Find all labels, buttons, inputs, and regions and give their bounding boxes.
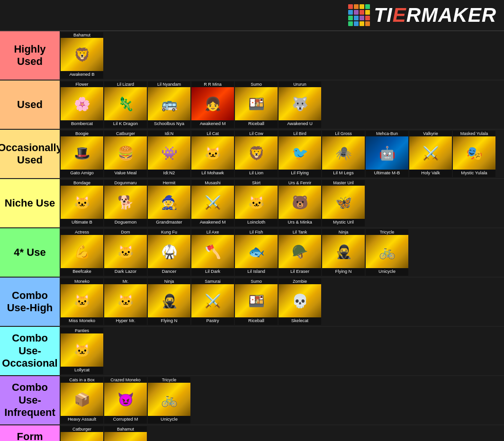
card-bottom-label: Urs & Minka bbox=[279, 219, 321, 226]
list-item[interactable]: Lil Fish🐟Lil Island bbox=[235, 229, 278, 276]
card-image: 🌸 bbox=[61, 87, 103, 120]
card-top-label: Mehca-Bun bbox=[366, 131, 408, 136]
card-image: 🧙 bbox=[148, 186, 190, 219]
card-emoji: 🐱 bbox=[104, 284, 147, 317]
list-item[interactable]: Ururun🐺Awakened U bbox=[279, 81, 321, 128]
card-emoji: 🎩 bbox=[61, 136, 103, 170]
list-item[interactable]: Musashi⚔️Awakened M bbox=[191, 180, 234, 226]
tier-row-combo-high: Combo Use-HighMoneko🐱Miss MonekoMr.🐱Hype… bbox=[0, 278, 504, 327]
list-item[interactable]: Bondage🐱Ultimate B bbox=[61, 180, 103, 226]
list-item[interactable]: Hermit🧙Grandmaster bbox=[148, 180, 190, 226]
list-item[interactable]: Sumo🍱Riceball bbox=[235, 279, 278, 325]
list-item[interactable]: Catburger🍔Value Meal bbox=[104, 131, 147, 177]
card-bottom-label: Riceball bbox=[235, 120, 278, 128]
card-top-label: Lil Bird bbox=[279, 131, 321, 136]
card-bottom-label: Riceball bbox=[235, 317, 278, 325]
card-top-label: Crazed Moneko bbox=[104, 377, 147, 383]
list-item[interactable]: Samurai⚔️Pastry bbox=[191, 279, 234, 325]
list-item[interactable]: Tricycle🚲Unicycle bbox=[148, 377, 190, 423]
card-bottom-label: Skelecat bbox=[279, 317, 321, 325]
card-emoji: 🪓 bbox=[191, 235, 234, 268]
list-item[interactable]: Panties🐱Lollycat bbox=[61, 328, 103, 374]
card-emoji: 💀 bbox=[279, 284, 321, 317]
card-emoji: 🍔 bbox=[104, 136, 147, 170]
list-item[interactable]: Mehca-Bun🤖Ultimate M-B bbox=[366, 131, 408, 177]
list-item[interactable]: Lil Cat🐱Lil Mohawk bbox=[191, 131, 234, 177]
list-item[interactable]: Idi:N👾Idi:N2 bbox=[148, 131, 190, 177]
card-emoji: 🦁 bbox=[235, 136, 278, 170]
card-top-label: Mr. bbox=[104, 279, 147, 284]
list-item[interactable]: Zombie💀Skelecat bbox=[279, 279, 321, 325]
list-item[interactable]: Catburger🍔Value Meal bbox=[61, 426, 103, 441]
card-image: 🕷️ bbox=[322, 136, 365, 170]
card-emoji: 🧙 bbox=[148, 186, 190, 219]
card-image: 🍔 bbox=[104, 136, 147, 170]
list-item[interactable]: Bahamut🦁Awakened B bbox=[104, 426, 147, 441]
card-emoji: 🌸 bbox=[61, 87, 103, 120]
list-item[interactable]: Urs & Fenrir🐻Urs & Minka bbox=[279, 180, 321, 226]
list-item[interactable]: Dom🐱Dark Lazor bbox=[104, 229, 147, 276]
card-emoji: 🐕 bbox=[104, 186, 147, 219]
logo: TiERMAKER bbox=[348, 4, 496, 27]
card-top-label: Masked Yulala bbox=[453, 131, 495, 136]
card-emoji: 🪖 bbox=[279, 235, 321, 268]
card-image: 🐱 bbox=[104, 284, 147, 317]
card-bottom-label: Awakened U bbox=[279, 120, 321, 128]
list-item[interactable]: Cats in a Box📦Heavy Assault bbox=[61, 377, 103, 423]
card-image: 🐻 bbox=[279, 186, 321, 219]
list-item[interactable]: Lil Cow🦁Lil Lion bbox=[235, 131, 278, 177]
list-item[interactable]: Moneko🐱Miss Moneko bbox=[61, 279, 103, 325]
card-image: 🍱 bbox=[235, 87, 278, 120]
tier-label-combo-infrequent: Combo Use-Infrequent bbox=[0, 376, 60, 424]
card-emoji: 👧 bbox=[191, 87, 234, 120]
list-item[interactable]: Kung Fu🥋Dancer bbox=[148, 229, 190, 276]
tier-row-four-star: 4* UseActress💪BeefcakeDom🐱Dark LazorKung… bbox=[0, 228, 504, 278]
card-bottom-label: Awakened M bbox=[191, 120, 234, 128]
list-item[interactable]: Masked Yulala🎭Mystic Yulala bbox=[453, 131, 495, 177]
list-item[interactable]: R R Mina👧Awakened M bbox=[191, 81, 234, 128]
list-item[interactable]: Bahamut🦁Awakened B bbox=[61, 32, 103, 79]
list-item[interactable]: Lil Gross🕷️Lil M Legs bbox=[322, 131, 365, 177]
card-emoji: 🐱 bbox=[235, 186, 278, 219]
header: TiERMAKER bbox=[0, 0, 504, 31]
card-image: 🍱 bbox=[235, 284, 278, 317]
list-item[interactable]: Skirt🐱Loincloth bbox=[235, 180, 278, 226]
card-emoji: 🐱 bbox=[61, 186, 103, 219]
card-image: 🥷 bbox=[322, 235, 365, 268]
list-item[interactable]: Ninja🥷Flying N bbox=[148, 279, 190, 325]
list-item[interactable]: Actress💪Beefcake bbox=[61, 229, 103, 276]
card-bottom-label: Hyper Mr. bbox=[104, 317, 147, 325]
card-top-label: Lil Fish bbox=[235, 229, 278, 235]
card-top-label: Flower bbox=[61, 81, 103, 87]
card-bottom-label: Lil M Legs bbox=[322, 170, 365, 177]
list-item[interactable]: Flower🌸Bombercat bbox=[61, 81, 103, 128]
list-item[interactable]: Lil Nyandam🚌Schoolbus Nya bbox=[148, 81, 190, 128]
list-item[interactable]: Lil Axe🪓Lil Dark bbox=[191, 229, 234, 276]
list-item[interactable]: Dogunmaru🐕Doguemon bbox=[104, 180, 147, 226]
card-image: 🐱 bbox=[235, 186, 278, 219]
list-item[interactable]: Crazed Moneko😈Corrupted M bbox=[104, 377, 147, 423]
list-item[interactable]: Mr.🐱Hyper Mr. bbox=[104, 279, 147, 325]
list-item[interactable]: Master Uril🦋Mystic Uril bbox=[322, 180, 365, 226]
list-item[interactable]: Valkyrie⚔️Holy Valk bbox=[409, 131, 452, 177]
list-item[interactable]: Tricycle🚲Unicycle bbox=[366, 229, 408, 276]
tier-label-combo-high: Combo Use-High bbox=[0, 278, 60, 326]
card-top-label: Idi:N bbox=[148, 131, 190, 136]
tier-label-combo-occasional: Combo Use-Occasional bbox=[0, 327, 60, 375]
list-item[interactable]: Lil Bird🐦Lil Flying bbox=[279, 131, 321, 177]
card-image: 📦 bbox=[61, 383, 103, 416]
card-emoji: 🕷️ bbox=[322, 136, 365, 170]
list-item[interactable]: Lil Lizard🦎Lil K Dragon bbox=[104, 81, 147, 128]
card-image: 🐺 bbox=[279, 87, 321, 120]
list-item[interactable]: Boogie🎩Gato Amigo bbox=[61, 131, 103, 177]
card-bottom-label: Lil Flying bbox=[279, 170, 321, 177]
list-item[interactable]: Sumo🍱Riceball bbox=[235, 81, 278, 128]
list-item[interactable]: Ninja🥷Flying N bbox=[322, 229, 365, 276]
list-item[interactable]: Lil Tank🪖Lil Eraser bbox=[279, 229, 321, 276]
tier-row-occasionally-used: Occasionally UsedBoogie🎩Gato AmigoCatbur… bbox=[0, 130, 504, 179]
card-bottom-label: Loincloth bbox=[235, 219, 278, 226]
tier-content-niche-use: Bondage🐱Ultimate BDogunmaru🐕DoguemonHerm… bbox=[60, 179, 504, 227]
card-emoji: 🐱 bbox=[191, 136, 234, 170]
card-top-label: Lil Nyandam bbox=[148, 81, 190, 87]
card-top-label: R R Mina bbox=[191, 81, 234, 87]
